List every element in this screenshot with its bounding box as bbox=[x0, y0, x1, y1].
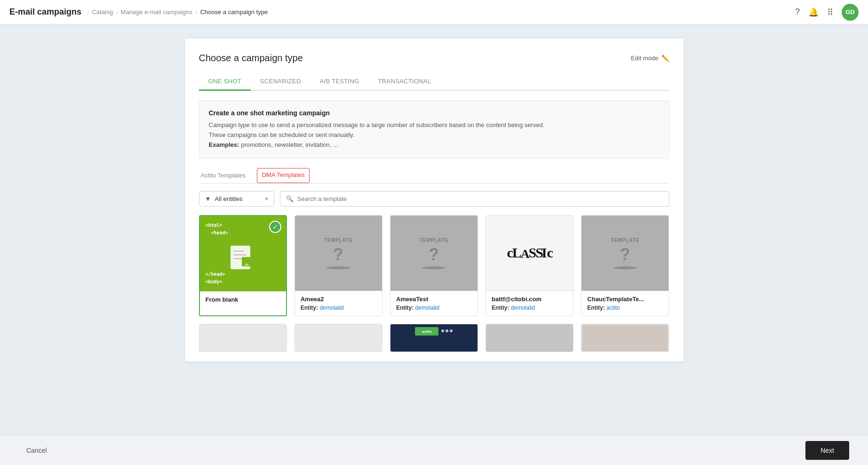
entity-link-chauc[interactable]: actito bbox=[606, 305, 620, 311]
template-grid: <html> <head> ✏ bbox=[199, 215, 669, 316]
pencil-icon: ✏️ bbox=[661, 55, 669, 62]
template-grid-row2: actito bbox=[199, 324, 669, 352]
svg-text:✏: ✏ bbox=[245, 259, 249, 268]
partial-card-3[interactable]: actito bbox=[390, 324, 478, 352]
template-label: TEMPLATE bbox=[420, 238, 448, 243]
template-thumb-battf: cLASSIc bbox=[486, 216, 573, 291]
partial-card-4[interactable] bbox=[486, 324, 573, 352]
template-thumb-chauc: TEMPLATE ? bbox=[581, 216, 669, 291]
shadow-line bbox=[326, 266, 350, 269]
filter-row: ▼ All entities ▾ 🔍 bbox=[199, 191, 669, 207]
svg-rect-2 bbox=[233, 254, 247, 256]
search-icon: 🔍 bbox=[286, 195, 294, 202]
avatar[interactable]: GD bbox=[842, 4, 859, 21]
template-name-battf: battf@citobi.com bbox=[492, 296, 567, 303]
actito-logo: actito bbox=[415, 327, 438, 336]
template-thumb-blank: <html> <head> ✏ bbox=[200, 216, 286, 291]
shadow-line bbox=[422, 266, 446, 269]
question-mark: ? bbox=[333, 245, 344, 265]
dot-2 bbox=[446, 329, 448, 332]
template-entity-ameea2: Entity: demolalid bbox=[301, 305, 376, 311]
template-info-ameea2: Ameea2 Entity: demolalid bbox=[295, 291, 382, 316]
tab-one-shot[interactable]: ONE SHOT bbox=[199, 73, 251, 91]
template-name-chauc: ChaucTemplateTe... bbox=[587, 296, 663, 303]
template-info-battf: battf@citobi.com Entity: demolalid bbox=[486, 291, 573, 316]
template-info-chauc: ChaucTemplateTe... Entity: actito bbox=[581, 291, 669, 316]
entity-link-ameea2[interactable]: demolalid bbox=[319, 305, 343, 311]
navbar: E-mail campaigns › Catalog › Manage e-ma… bbox=[0, 0, 868, 24]
tab-transactional[interactable]: TRANSACTIONAL bbox=[369, 73, 441, 91]
entity-filter[interactable]: ▼ All entities ▾ bbox=[199, 191, 274, 207]
description-title: Create a one shot marketing campaign bbox=[209, 109, 660, 117]
partial-thumb-3: actito bbox=[390, 324, 478, 352]
main-card: Choose a campaign type Edit mode ✏️ ONE … bbox=[185, 39, 684, 361]
breadcrumb-catalog[interactable]: Catalog bbox=[92, 8, 113, 16]
page-title: Choose a campaign type bbox=[199, 53, 303, 64]
question-mark: ? bbox=[429, 245, 439, 265]
partial-thumb-4 bbox=[486, 324, 573, 352]
partial-card-2[interactable] bbox=[295, 324, 382, 352]
template-tabs: Actito Templates DMA Templates bbox=[199, 168, 669, 184]
dot-3 bbox=[450, 329, 453, 332]
template-card-ameeatest[interactable]: TEMPLATE ? AmeeaTest Entity: demolalid bbox=[390, 215, 478, 316]
card-header: Choose a campaign type Edit mode ✏️ bbox=[199, 53, 669, 64]
examples-label: Examples: bbox=[209, 141, 239, 148]
template-card-chauc[interactable]: TEMPLATE ? ChaucTemplateTe... Entity: ac… bbox=[581, 215, 669, 316]
template-card-ameea2[interactable]: TEMPLATE ? Ameea2 Entity: demolalid bbox=[295, 215, 382, 316]
question-mark: ? bbox=[620, 245, 630, 265]
app-brand: E-mail campaigns bbox=[9, 7, 81, 17]
entity-filter-label: All entities bbox=[215, 195, 242, 202]
header-dots bbox=[441, 329, 453, 332]
partial-thumb-1 bbox=[199, 324, 287, 352]
tab-scenarized[interactable]: SCENARIZED bbox=[251, 73, 311, 91]
template-label: TEMPLATE bbox=[611, 238, 639, 243]
tab-dma-templates[interactable]: DMA Templates bbox=[257, 168, 310, 183]
svg-rect-1 bbox=[233, 250, 244, 252]
next-button[interactable]: Next bbox=[805, 441, 849, 460]
dot-1 bbox=[441, 329, 444, 332]
search-box[interactable]: 🔍 bbox=[280, 191, 669, 207]
classic-logo: cLASSIc bbox=[507, 245, 552, 261]
examples-text: promotions, newsletter, invitation, ... bbox=[241, 141, 338, 148]
filter-icon: ▼ bbox=[205, 195, 211, 202]
entity-link-ameeatest[interactable]: demolalid bbox=[415, 305, 439, 311]
template-entity-chauc: Entity: actito bbox=[587, 305, 663, 311]
template-card-blank[interactable]: <html> <head> ✏ bbox=[199, 215, 287, 316]
description-body: Campaign type to use to send a personali… bbox=[209, 120, 660, 150]
partial-card-5[interactable] bbox=[581, 324, 669, 352]
template-label: TEMPLATE bbox=[324, 238, 353, 243]
navbar-right: ? 🔔 ⠿ GD bbox=[795, 4, 859, 21]
cancel-button[interactable]: Cancel bbox=[19, 443, 55, 458]
template-name-blank: From blank bbox=[206, 296, 280, 303]
template-name-ameea2: Ameea2 bbox=[301, 296, 376, 303]
edit-mode-label: Edit mode bbox=[631, 55, 659, 62]
partial-card-1[interactable] bbox=[199, 324, 287, 352]
chevron-down-icon: ▾ bbox=[265, 196, 268, 202]
description-box: Create a one shot marketing campaign Cam… bbox=[199, 100, 669, 159]
template-entity-battf: Entity: demolalid bbox=[492, 305, 567, 311]
footer-bar: Cancel Next bbox=[0, 435, 868, 465]
entity-link-battf[interactable]: demolalid bbox=[511, 305, 535, 311]
svg-rect-3 bbox=[233, 258, 242, 259]
template-name-ameeatest: AmeeaTest bbox=[396, 296, 472, 303]
selected-check: ✓ bbox=[269, 221, 281, 233]
breadcrumb: › Catalog › Manage e-mail campaigns › Ch… bbox=[87, 8, 268, 16]
breadcrumb-current: Choose a campaign type bbox=[200, 8, 268, 16]
tab-ab-testing[interactable]: A/B TESTING bbox=[311, 73, 369, 91]
campaign-type-tabs: ONE SHOT SCENARIZED A/B TESTING TRANSACT… bbox=[199, 73, 669, 91]
partial-thumb-2 bbox=[295, 324, 382, 352]
template-card-battf[interactable]: cLASSIc battf@citobi.com Entity: demolal… bbox=[486, 215, 573, 316]
template-info-blank: From blank bbox=[200, 291, 286, 310]
template-thumb-ameea2: TEMPLATE ? bbox=[295, 216, 382, 291]
main-content: Choose a campaign type Edit mode ✏️ ONE … bbox=[0, 24, 868, 465]
breadcrumb-manage[interactable]: Manage e-mail campaigns bbox=[121, 8, 192, 16]
tab-actito-templates[interactable]: Actito Templates bbox=[199, 168, 247, 184]
bell-icon[interactable]: 🔔 bbox=[808, 7, 819, 17]
shadow-line bbox=[613, 266, 637, 269]
template-info-ameeatest: AmeeaTest Entity: demolalid bbox=[390, 291, 478, 316]
partial-thumb-5 bbox=[581, 324, 669, 352]
edit-mode-button[interactable]: Edit mode ✏️ bbox=[631, 55, 669, 62]
grid-icon[interactable]: ⠿ bbox=[827, 7, 833, 17]
search-input[interactable] bbox=[297, 195, 663, 202]
help-icon[interactable]: ? bbox=[795, 7, 800, 17]
